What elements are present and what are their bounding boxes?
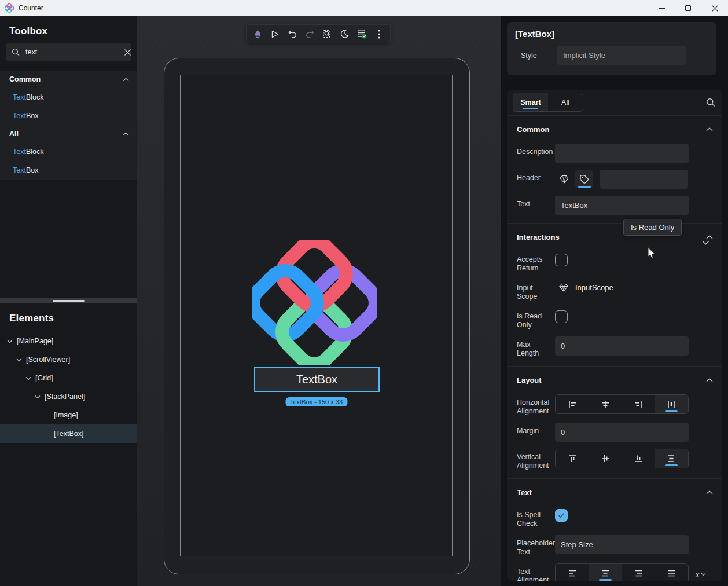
chevron-down-icon[interactable] <box>25 376 31 380</box>
text-align-right-icon[interactable] <box>622 564 655 581</box>
toolbox-section-common[interactable]: Common <box>0 71 137 88</box>
toolbox-item-textblock[interactable]: TextBlock <box>0 142 137 161</box>
design-toolbar <box>246 24 391 43</box>
text-align-center-icon[interactable] <box>589 564 622 581</box>
play-icon[interactable] <box>266 25 284 43</box>
search-properties-icon[interactable] <box>706 98 715 107</box>
chevron-down-icon[interactable] <box>35 395 41 399</box>
text-label: Text <box>514 196 555 208</box>
text-align-left-icon[interactable] <box>556 564 589 581</box>
app-logo-image[interactable] <box>252 240 377 365</box>
dark-theme-moon-icon[interactable] <box>336 25 353 43</box>
vertical-alignment-label: Vertical Alignment <box>514 449 555 470</box>
device-frame: TextBox TextBox - 150 x 33 <box>164 58 470 574</box>
hot-reload-flame-icon[interactable] <box>249 25 266 43</box>
maximize-icon[interactable] <box>675 0 701 16</box>
device-screen[interactable]: TextBox TextBox - 150 x 33 <box>180 75 453 556</box>
style-input[interactable] <box>557 46 686 65</box>
horizontal-alignment-label: Horizontal Alignment <box>514 394 555 416</box>
tree-node-image[interactable]: [Image] <box>0 406 137 424</box>
description-input[interactable] <box>555 144 689 163</box>
align-vertical-bottom-icon[interactable] <box>622 449 655 468</box>
align-horizontal-right-icon[interactable] <box>622 395 655 413</box>
align-vertical-top-icon[interactable] <box>556 449 589 468</box>
redo-icon <box>301 25 318 43</box>
tooltip-is-read-only: Is Read Only <box>623 219 682 236</box>
is-spell-check-checkbox[interactable] <box>555 509 568 522</box>
elements-title: Elements <box>9 313 54 324</box>
search-icon <box>12 48 20 56</box>
chevron-down-icon[interactable] <box>7 339 13 343</box>
panel-splitter[interactable] <box>0 298 137 303</box>
text-input[interactable] <box>555 196 689 215</box>
accepts-return-checkbox[interactable] <box>555 254 568 266</box>
tree-node-grid[interactable]: [Grid] <box>0 369 137 387</box>
more-kebab-icon[interactable] <box>370 25 388 43</box>
align-horizontal-left-icon[interactable] <box>556 395 589 413</box>
align-vertical-stretch-icon[interactable] <box>655 449 688 468</box>
section-layout: Layout Horizontal Alignment <box>507 366 722 478</box>
close-icon[interactable] <box>701 0 728 16</box>
binding-expression-dropdown[interactable]: x <box>694 567 706 580</box>
chevron-up-icon[interactable] <box>706 378 713 382</box>
chevron-up-icon[interactable] <box>706 127 713 131</box>
align-vertical-center-icon[interactable] <box>589 449 622 468</box>
vertical-alignment-group <box>555 449 689 468</box>
align-horizontal-stretch-icon[interactable] <box>655 395 688 413</box>
chevron-up-icon[interactable] <box>706 490 713 495</box>
toolbox-item-textbox[interactable]: TextBox <box>0 107 137 125</box>
section-text-title: Text <box>517 488 706 497</box>
search-input[interactable] <box>25 48 119 56</box>
margin-input[interactable] <box>555 423 689 442</box>
tree-node-scrollviewer[interactable]: [ScrollViewer] <box>0 350 137 369</box>
align-horizontal-center-icon[interactable] <box>589 395 622 413</box>
selection-size-badge: TextBox - 150 x 33 <box>285 397 347 406</box>
gem-resource-icon[interactable] <box>555 170 573 188</box>
margin-label: Margin <box>514 423 555 435</box>
chevron-up-icon[interactable] <box>706 235 713 239</box>
selected-element-title: [TextBox] <box>515 29 708 39</box>
tab-smart[interactable]: Smart <box>513 93 548 111</box>
section-common-title: Common <box>517 125 706 134</box>
mouse-cursor <box>648 247 656 259</box>
max-length-input[interactable] <box>555 336 689 356</box>
placeholder-text-input[interactable] <box>555 535 689 554</box>
tag-icon[interactable] <box>575 170 593 188</box>
tree-node-mainpage[interactable]: [MainPage] <box>0 332 137 350</box>
section-text: Text Is Spell Check Placeholder Text <box>507 478 722 581</box>
toolbox-section-all[interactable]: All <box>0 125 137 142</box>
toolbox-item-textblock[interactable]: TextBlock <box>0 88 137 107</box>
tree-node-textbox[interactable]: [TextBox] <box>0 424 137 443</box>
clear-search-icon[interactable] <box>124 49 131 56</box>
properties-card: Smart All Common Description <box>507 90 722 581</box>
chevron-up-icon <box>123 132 129 136</box>
textbox-text: TextBox <box>296 373 337 386</box>
chevron-up-icon <box>123 78 129 82</box>
properties-tabs: Smart All <box>507 90 722 115</box>
toolbox-title: Toolbox <box>9 25 47 37</box>
toolbox-item-textbox[interactable]: TextBox <box>0 161 137 180</box>
accepts-return-label: Accepts Return <box>514 251 555 273</box>
tree-node-stackpanel[interactable]: [StackPanel] <box>0 387 137 406</box>
design-canvas[interactable]: TextBox TextBox - 150 x 33 <box>137 16 501 586</box>
input-scope-label: Input Scope <box>514 280 555 301</box>
max-length-label: Max Length <box>514 336 555 358</box>
gem-resource-icon[interactable] <box>555 280 568 292</box>
undo-icon[interactable] <box>284 25 301 43</box>
chevron-down-icon[interactable] <box>16 358 22 362</box>
left-sidebar: Toolbox Common TextBlock TextBox <box>0 16 137 586</box>
is-read-only-checkbox[interactable] <box>555 310 568 323</box>
header-input[interactable] <box>600 170 688 189</box>
toolbox-search[interactable] <box>6 43 131 61</box>
text-align-justify-icon[interactable] <box>655 564 688 581</box>
input-scope-value[interactable]: InputScope <box>575 280 613 292</box>
style-label: Style <box>515 52 557 60</box>
chevron-down-icon[interactable] <box>702 240 709 245</box>
tab-all[interactable]: All <box>548 93 583 111</box>
canvas-textbox-element[interactable]: TextBox <box>254 367 380 392</box>
section-interactions: Interactions Accepts Return Input Scope … <box>507 223 722 366</box>
inspect-element-icon[interactable] <box>318 25 336 43</box>
window-title: Counter <box>19 4 43 12</box>
minimize-icon[interactable] <box>648 0 675 16</box>
connection-status-icon[interactable] <box>353 25 370 43</box>
